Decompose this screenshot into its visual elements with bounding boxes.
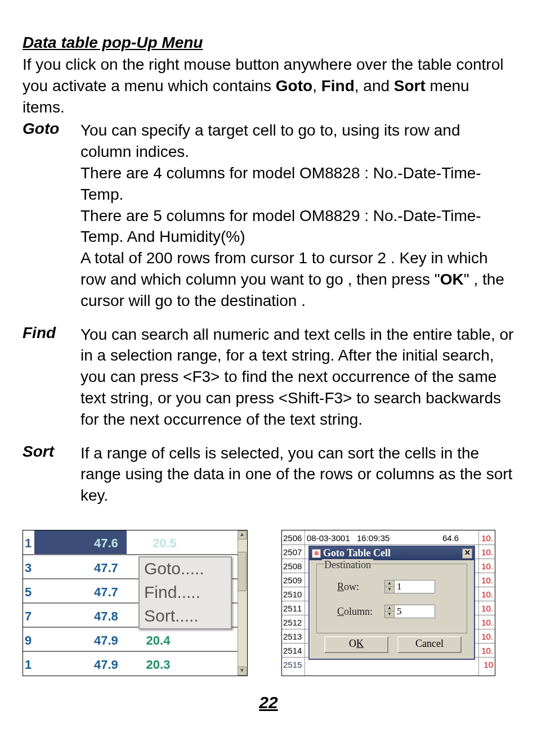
menu-item-sort[interactable]: Sort..... xyxy=(140,605,231,628)
goto-line-2: There are 4 columns for model OM8828 : N… xyxy=(80,163,514,205)
list-value-b: 20.4 xyxy=(141,633,175,648)
list-index: 1 xyxy=(25,536,32,551)
list-index: 1 xyxy=(25,658,32,672)
cell-last: 10. xyxy=(481,604,493,613)
col-accel: C xyxy=(337,606,344,617)
intro-sort: Sort xyxy=(394,77,426,94)
ok-button[interactable]: OK xyxy=(324,636,388,653)
cell-index: 2510 xyxy=(283,590,302,599)
scroll-down-arrow-icon[interactable]: ▼ xyxy=(238,667,247,676)
cell-last: 10. xyxy=(481,646,493,655)
figure-goto-dialog: 2506 08-03-3001 16:09:35 64.6 10. 2507 1… xyxy=(281,530,495,676)
destination-group: Row: ▲ ▼ 1 Column: ▲ xyxy=(316,564,467,633)
cell-last: 10 xyxy=(484,660,493,669)
cell-last: 10. xyxy=(481,561,493,571)
column-input[interactable]: 5 xyxy=(395,605,435,618)
cell-index: 2513 xyxy=(283,632,302,641)
cell-index: 2515 xyxy=(283,660,302,669)
menu-item-find[interactable]: Find..... xyxy=(140,581,231,605)
scrollbar-track[interactable]: ▲ ▼ xyxy=(238,530,247,676)
spin-down-icon[interactable]: ▼ xyxy=(385,611,394,618)
dialog-title: Goto Table Cell xyxy=(323,547,391,559)
row-input[interactable]: 1 xyxy=(395,580,435,593)
titlebar-left: ▦ Goto Table Cell xyxy=(312,547,391,559)
goto-dialog: ▦ Goto Table Cell ✕ Destination Row: ▲ ▼ xyxy=(308,546,475,660)
list-value-a: 47.9 xyxy=(94,633,118,648)
list-value-a: 47.6 xyxy=(94,536,118,551)
find-label: Find xyxy=(23,324,80,430)
intro-sep2: , and xyxy=(355,77,394,94)
list-value-a: 47.7 xyxy=(94,561,118,575)
list-index: 3 xyxy=(25,561,32,575)
cell-index: 2508 xyxy=(283,561,302,571)
column-spinner[interactable]: ▲ ▼ 5 xyxy=(384,605,435,618)
spin-up-icon[interactable]: ▲ xyxy=(385,580,394,587)
context-menu: Goto..... Find..... Sort..... xyxy=(138,556,232,629)
section-heading: Data table pop-Up Menu xyxy=(23,34,514,52)
intro-sep1: , xyxy=(312,77,321,94)
col-rest: olumn: xyxy=(344,606,373,617)
menu-item-goto[interactable]: Goto..... xyxy=(140,557,231,581)
row-spinner[interactable]: ▲ ▼ 1 xyxy=(384,580,435,593)
cell-last: 10. xyxy=(481,575,493,585)
goto-section: Goto You can specify a target cell to go… xyxy=(23,120,514,311)
cell-index: 2514 xyxy=(283,646,302,655)
goto-line-3: There are 5 columns for model OM8829 : N… xyxy=(80,205,514,248)
row-divider xyxy=(23,651,248,652)
cell-index: 2507 xyxy=(283,547,302,557)
manual-page: Data table pop-Up Menu If you click on t… xyxy=(0,0,537,729)
table-row: 2506 08-03-3001 16:09:35 64.6 10. xyxy=(282,530,495,545)
sort-body: If a range of cells is selected, you can… xyxy=(80,443,514,506)
cell-last: 10. xyxy=(481,533,493,543)
close-icon[interactable]: ✕ xyxy=(462,548,472,559)
list-index: 5 xyxy=(25,585,32,600)
row-label: Row: xyxy=(337,581,359,593)
cell-value: 64.6 xyxy=(442,533,459,543)
goto-label: Goto xyxy=(23,120,80,311)
sort-label: Sort xyxy=(23,443,80,506)
scrollbar-thumb[interactable] xyxy=(238,552,247,591)
list-value-a: 47.8 xyxy=(94,609,118,624)
ok-accel: K xyxy=(356,638,364,649)
list-value-a: 47.9 xyxy=(94,658,118,672)
list-value-b: 20.5 xyxy=(153,536,177,551)
goto-line-1: You can specify a target cell to go to, … xyxy=(80,120,514,163)
spinner-buttons[interactable]: ▲ ▼ xyxy=(384,605,395,618)
dialog-titlebar: ▦ Goto Table Cell ✕ xyxy=(310,547,474,560)
cell-index: 2512 xyxy=(283,618,302,627)
app-icon: ▦ xyxy=(312,549,321,558)
cell-date: 08-03-3001 xyxy=(307,533,350,543)
cancel-button[interactable]: Cancel xyxy=(397,636,462,653)
cell-last: 10. xyxy=(481,590,493,599)
figure-context-menu: 1 47.6 20.5 3 47.7 5 47.7 7 47.8 9 47.9 … xyxy=(23,530,248,676)
list-index: 7 xyxy=(25,609,32,624)
cell-last: 10. xyxy=(481,618,493,627)
list-value-a: 47.7 xyxy=(94,585,118,600)
cell-time: 16:09:35 xyxy=(357,533,390,543)
goto-line4-pre: A total of 200 rows from cursor 1 to cur… xyxy=(80,249,488,288)
goto-line-4: A total of 200 rows from cursor 1 to cur… xyxy=(80,248,514,311)
column-label: Column: xyxy=(337,606,373,618)
intro-paragraph: If you click on the right mouse button a… xyxy=(23,54,514,118)
spin-down-icon[interactable]: ▼ xyxy=(385,587,394,593)
spinner-buttons[interactable]: ▲ ▼ xyxy=(384,580,395,593)
find-body: You can search all numeric and text cell… xyxy=(80,324,514,430)
list-value-b: 20.3 xyxy=(141,658,175,672)
find-section: Find You can search all numeric and text… xyxy=(23,324,514,430)
cell-index: 2509 xyxy=(283,575,302,585)
row-divider xyxy=(23,554,248,555)
ok-pre: O xyxy=(349,638,356,649)
cell-index: 2511 xyxy=(283,604,302,613)
cell-last: 10. xyxy=(481,632,493,641)
spin-up-icon[interactable]: ▲ xyxy=(385,605,394,612)
scroll-up-arrow-icon[interactable]: ▲ xyxy=(238,530,247,539)
intro-find: Find xyxy=(321,77,355,94)
cell-last: 10. xyxy=(481,547,493,557)
list-index: 9 xyxy=(25,633,32,648)
sort-section: Sort If a range of cells is selected, yo… xyxy=(23,443,514,506)
page-number: 22 xyxy=(23,693,514,712)
figures-container: 1 47.6 20.5 3 47.7 5 47.7 7 47.8 9 47.9 … xyxy=(23,530,514,676)
row-accel: R xyxy=(337,581,344,592)
goto-ok-bold: OK xyxy=(440,271,464,288)
cell-index: 2506 xyxy=(283,533,302,543)
